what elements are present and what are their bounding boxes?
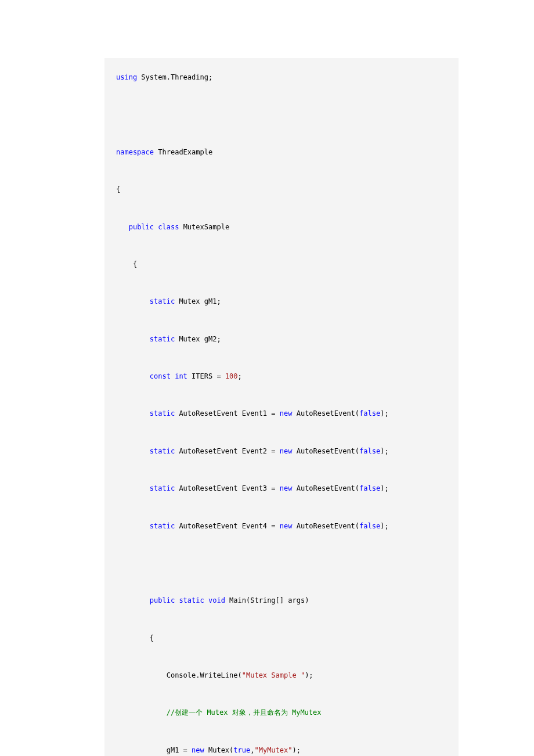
code-content: using System.Threading; namespace Thread… [116, 73, 438, 756]
code-block: using System.Threading; namespace Thread… [104, 58, 459, 756]
